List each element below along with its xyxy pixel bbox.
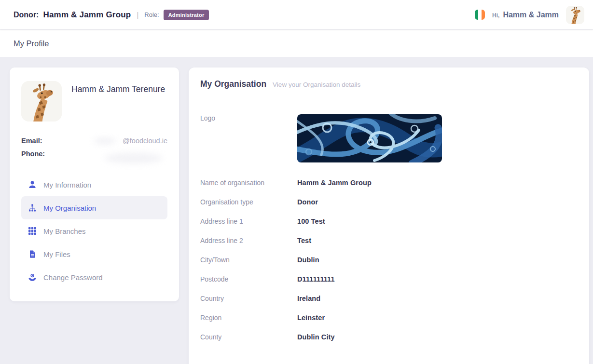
phone-row: Phone: [21,150,167,158]
sidebar-item-my-information[interactable]: My Information [21,173,167,196]
field-label: City/Town [200,256,297,264]
organisation-fields: Logo Name of organisationHamm & Jamm Gro… [189,101,589,357]
field-value: D111111111 [297,275,335,283]
organisation-subtitle: View your Organisation details [273,81,360,88]
email-label: Email: [21,137,42,145]
sidebar-item-label: My Files [43,250,70,258]
top-header: Donor: Hamm & Jamm Group | Role: Adminis… [0,0,593,29]
email-value: @foodcloud.ie [123,137,167,145]
field-value: Test [297,237,311,244]
hands-lock-icon [28,273,37,282]
field-row-name-of-organisation: Name of organisationHamm & Jamm Group [200,179,578,187]
field-row-postcode: PostcodeD111111111 [200,275,578,283]
sidebar-item-my-organisation[interactable]: My Organisation [21,196,167,219]
ireland-flag-icon[interactable] [475,10,485,20]
field-label: Logo [200,114,297,122]
email-row: Email: @foodcloud.ie [21,137,167,145]
organisation-logo-art [297,114,442,162]
header-donor-info: Donor: Hamm & Jamm Group | Role: Adminis… [14,10,209,20]
field-value: Dublin City [297,333,335,341]
sidebar-item-my-branches[interactable]: My Branches [21,219,167,243]
sidebar-item-change-password[interactable]: Change Password [21,266,167,289]
role-badge: Administrator [164,10,209,20]
phone-label: Phone: [21,150,45,158]
page-title-bar: My Profile [0,29,593,57]
field-row-organisation-type: Organisation typeDonor [200,198,578,206]
field-row-country: CountryIreland [200,295,578,302]
field-value: Leinster [297,314,325,322]
field-row-region: RegionLeinster [200,314,578,322]
profile-avatar [21,81,62,121]
sidebar-item-label: My Information [43,181,91,189]
field-label: Organisation type [200,198,297,206]
blue-fractal-logo [297,114,442,162]
field-row-city-town: City/TownDublin [200,256,578,264]
organisation-card-header: My Organisation View your Organisation d… [189,67,589,101]
organisation-title: My Organisation [200,79,266,89]
field-value: Dublin [297,256,319,264]
profile-name: Hamm & Jamm Terenure [71,81,165,121]
file-icon [28,250,37,258]
field-value: Ireland [297,295,320,302]
page-title: My Profile [14,39,49,48]
field-label: Country [200,295,297,302]
field-row-address-line-2: Address line 2Test [200,237,578,244]
donor-label: Donor: [14,11,39,19]
sidebar-item-label: My Branches [43,227,86,235]
field-value: 100 Test [297,217,325,225]
person-icon [28,180,37,189]
sidebar-menu: My InformationMy OrganisationMy Branches… [21,173,167,289]
profile-sidebar-card: Hamm & Jamm Terenure Email: @foodcloud.i… [10,67,179,301]
role-label: Role: [144,11,159,18]
redacted-email [94,139,116,143]
field-value: Hamm & Jamm Group [297,179,372,187]
separator: | [137,11,138,19]
field-value: Donor [297,198,318,206]
grid-icon [28,227,37,235]
field-label: Postcode [200,275,297,283]
field-row-county: CountyDublin City [200,333,578,341]
user-avatar[interactable] [566,6,584,24]
field-row-address-line-1: Address line 1100 Test [200,217,578,225]
field-label: Name of organisation [200,179,297,187]
field-label: Address line 1 [200,217,297,225]
content-area: Hamm & Jamm Terenure Email: @foodcloud.i… [0,57,593,364]
giraffe-avatar-art [21,81,62,121]
sidebar-item-label: Change Password [43,273,103,282]
field-label: County [200,333,297,341]
header-user-area: Hi, Hamm & Jamm [475,6,584,24]
contact-info: Email: @foodcloud.ie Phone: [21,137,167,158]
sidebar-item-my-files[interactable]: My Files [21,243,167,266]
org-chart-icon [28,203,37,212]
redacted-phone [105,153,163,163]
header-user-name: Hamm & Jamm [503,11,559,19]
organisation-card: My Organisation View your Organisation d… [189,67,589,364]
greeting-wrap: Hi, Hamm & Jamm [492,11,559,19]
sidebar-item-label: My Organisation [43,204,96,212]
giraffe-avatar-art [566,6,584,24]
field-row-logo: Logo [200,114,578,162]
profile-header: Hamm & Jamm Terenure [21,81,167,121]
field-label: Region [200,314,297,322]
greeting-label: Hi, [492,12,499,19]
donor-name: Hamm & Jamm Group [43,10,131,20]
field-label: Address line 2 [200,237,297,244]
